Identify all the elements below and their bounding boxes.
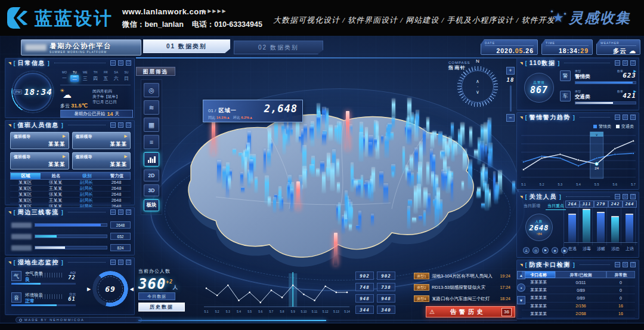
duty-card[interactable]: 值班领导▶某某某	[72, 132, 131, 149]
scroll-up-icon[interactable]: ▲	[517, 271, 525, 279]
map-bar[interactable]	[423, 128, 426, 155]
map-bar[interactable]	[481, 203, 485, 208]
map-bar[interactable]	[322, 107, 326, 124]
map-bar[interactable]	[226, 162, 230, 181]
map-bar-alert[interactable]	[334, 233, 338, 266]
expand-icon[interactable]: ⛶	[126, 209, 131, 215]
map-bar[interactable]	[330, 163, 335, 190]
duty-card[interactable]: 值班领导▶某某某	[10, 152, 69, 169]
map-bar[interactable]	[274, 120, 278, 145]
map-bar[interactable]	[241, 187, 244, 193]
map-bar[interactable]	[336, 159, 339, 177]
map-bar[interactable]	[361, 175, 363, 198]
duty-card[interactable]: 值班领导▶某某某	[72, 152, 131, 169]
maximize-icon[interactable]: □	[623, 262, 628, 267]
map-bar[interactable]	[264, 149, 266, 173]
map-bar[interactable]	[419, 215, 422, 221]
duty-col-header[interactable]: 级别	[72, 173, 103, 179]
map-bar[interactable]	[371, 214, 374, 226]
map-bar[interactable]	[410, 155, 413, 171]
checkpoint-row[interactable]: 某某某某0/890	[522, 294, 635, 302]
map-bar[interactable]	[407, 169, 411, 186]
map-bar[interactable]	[369, 142, 372, 156]
tab-data-category-2[interactable]: 02 数据类别	[234, 41, 323, 54]
maximize-icon[interactable]: □	[623, 60, 628, 66]
bar[interactable]	[626, 214, 633, 242]
map-bar[interactable]	[354, 179, 358, 188]
duty-card[interactable]: 值班领导▶某某某	[10, 132, 69, 149]
map-bar[interactable]	[365, 127, 368, 156]
map-bar[interactable]	[345, 218, 348, 226]
map-bar[interactable]	[255, 177, 258, 193]
maximize-icon[interactable]: □	[118, 122, 123, 128]
minimize-icon[interactable]: —	[110, 122, 116, 128]
map-bar[interactable]	[309, 164, 314, 174]
map-bar[interactable]	[322, 132, 326, 145]
scroll-dot-icon[interactable]: ●	[517, 283, 525, 292]
bar[interactable]	[597, 212, 605, 242]
map-bar[interactable]	[414, 147, 418, 169]
map-bar[interactable]	[304, 124, 307, 143]
checkpoint-row[interactable]: 某某某某2/15616	[522, 303, 635, 310]
alarm-history-button[interactable]: ⚠ 告警历史 36	[426, 306, 515, 317]
alert-row[interactable]: 类型2 RD13-53烟感报警疑似火灾 17:24	[414, 282, 510, 292]
map-bar[interactable]	[348, 202, 352, 227]
scroll-down-icon[interactable]: ▼	[517, 296, 525, 304]
minimize-icon[interactable]: —	[110, 260, 116, 265]
bar[interactable]	[583, 209, 590, 242]
weekday-cell[interactable]: TH四	[91, 70, 100, 82]
website-link[interactable]: www.lanlanwork.com	[122, 7, 206, 16]
map-bar[interactable]	[381, 135, 383, 144]
minimize-icon[interactable]: —	[615, 262, 620, 267]
history-data-button[interactable]: 历史数据	[138, 303, 185, 312]
zoom-in-button[interactable]: +	[506, 67, 515, 75]
map-bar[interactable]	[335, 125, 338, 141]
minimize-icon[interactable]: —	[615, 115, 620, 120]
checkpoint-row[interactable]: 某某某某2/26816	[522, 310, 635, 318]
map-bar[interactable]	[407, 98, 411, 124]
map-bar[interactable]	[233, 149, 236, 155]
zoom-out-button[interactable]: −	[506, 114, 515, 122]
weekday-cell[interactable]: TU二	[70, 70, 79, 82]
map-bar[interactable]	[268, 196, 271, 206]
map-bar-alert[interactable]	[212, 118, 215, 155]
expand-icon[interactable]: ⛶	[126, 260, 131, 265]
duty-table-row[interactable]: 某某区张某某副局长2648	[10, 180, 131, 186]
map-bar[interactable]	[316, 168, 320, 177]
focus-tab[interactable]: 当日重点	[546, 202, 566, 210]
minimize-icon[interactable]: —	[615, 194, 620, 199]
checkpoint-row[interactable]: 某某某某0/890	[522, 286, 635, 294]
bar[interactable]	[611, 216, 619, 242]
map-bar[interactable]	[426, 117, 429, 138]
map-bar[interactable]	[484, 167, 488, 187]
map-bar[interactable]	[512, 181, 515, 194]
weekday-cell[interactable]: WE三	[81, 70, 89, 82]
map-bar-alert[interactable]	[296, 181, 300, 210]
map-bar[interactable]	[448, 171, 451, 184]
map-bar[interactable]	[418, 162, 422, 186]
map-bar[interactable]	[463, 149, 467, 170]
maximize-icon[interactable]: □	[118, 60, 123, 66]
map-bar[interactable]	[371, 167, 375, 192]
map-bar[interactable]	[414, 186, 417, 213]
expand-icon[interactable]: ⛶	[630, 60, 636, 66]
map-bar[interactable]	[359, 132, 363, 161]
duty-table-row[interactable]: 某某区王某某副局长2648	[10, 198, 131, 203]
map-bar[interactable]	[383, 183, 388, 203]
checkpoint-col-header[interactable]: 异常/已检测	[555, 271, 606, 278]
map-bar[interactable]	[423, 210, 426, 226]
duty-col-header[interactable]: 警力值	[103, 173, 131, 179]
inspiration-collect[interactable]: ★✦✦ 灵感收集	[552, 8, 631, 27]
map-bar[interactable]	[290, 189, 293, 211]
minimize-icon[interactable]: —	[110, 60, 116, 66]
map-bar[interactable]	[322, 172, 326, 193]
map-bar[interactable]	[240, 172, 243, 186]
map-bar[interactable]	[488, 118, 491, 147]
weekday-cell[interactable]: FR五	[101, 70, 110, 82]
map-bar[interactable]	[317, 116, 320, 127]
map-bar[interactable]	[451, 122, 454, 138]
maximize-icon[interactable]: □	[118, 260, 123, 265]
map-bar[interactable]	[345, 190, 348, 218]
minimize-icon[interactable]: —	[110, 209, 116, 215]
map-bar[interactable]	[364, 183, 366, 190]
